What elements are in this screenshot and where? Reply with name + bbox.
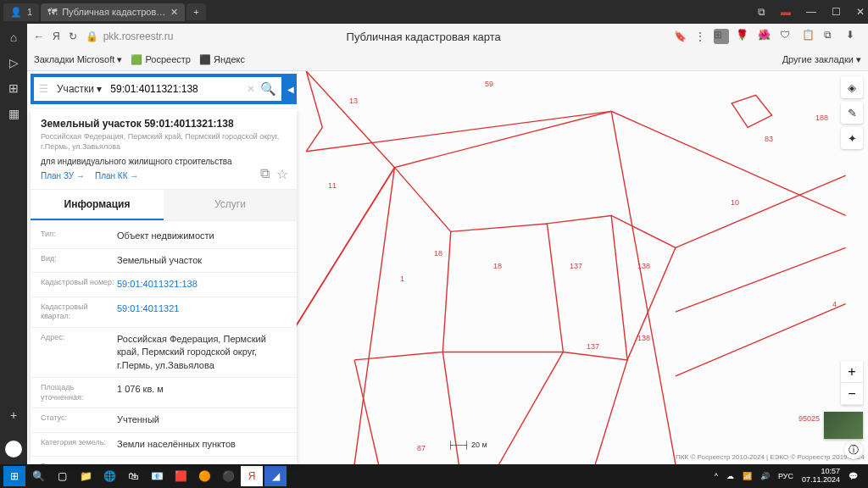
parcel-label: 138 [637, 262, 650, 270]
app-icon[interactable]: ◢ [264, 466, 287, 486]
ext-icon-2[interactable]: 🌹 [736, 29, 751, 44]
ext-icon-4[interactable]: 🛡 [780, 29, 795, 44]
minimize-button[interactable]: — [806, 6, 816, 18]
parcel-label: 1 [400, 274, 404, 283]
page-title: Публичная кадастровая карта [181, 30, 665, 43]
copy-icon[interactable]: ⧉ [758, 6, 765, 18]
info-row: Разрешенное использование:для индивидуал… [31, 457, 297, 464]
ext-icon-1[interactable]: ⊞ [714, 29, 729, 44]
zoom-out-button[interactable]: − [841, 383, 863, 405]
ext-icon-5[interactable]: 📋 [802, 29, 817, 44]
parcel-label: 10 [731, 198, 739, 207]
info-value: Учтенный [117, 413, 287, 426]
scale-bar: ├──┤ 20 м [448, 441, 487, 449]
bookmark-rosreestr[interactable]: 🟩 Росреестр [131, 54, 191, 65]
search-bar: ☰ Участки ▾ ✕ 🔍 [31, 74, 285, 104]
search-type-select[interactable]: Участки ▾ [53, 83, 105, 95]
add-icon[interactable]: + [10, 408, 17, 422]
parcel-label: 137 [570, 262, 582, 270]
search-input[interactable] [110, 83, 242, 95]
zoom-in-button[interactable]: + [841, 361, 863, 383]
tab-info[interactable]: Информация [31, 190, 164, 220]
info-row: Тип:Объект недвижимости [31, 225, 297, 248]
new-tab-button[interactable]: + [186, 3, 205, 20]
app-icon[interactable]: 🟥 [170, 466, 192, 486]
browser-tab[interactable]: 🗺 Публичная кадастров… ✕ [41, 3, 185, 21]
locate-button[interactable]: ✦ [841, 127, 863, 149]
parcel-label: 87 [417, 444, 426, 452]
taskview-button[interactable]: ▢ [51, 466, 73, 486]
assistant-icon[interactable] [5, 441, 22, 458]
edit-button[interactable]: ✎ [841, 102, 863, 124]
app-icon[interactable]: ⚫ [217, 466, 239, 486]
pin-icon[interactable]: ▬ [781, 6, 791, 18]
search-taskbar[interactable]: 🔍 [27, 466, 49, 486]
zoom-control: + − [841, 361, 863, 405]
download-icon[interactable]: ⬇ [846, 29, 861, 44]
attribution: ПКК © Росреестр 2010-2024 | ЕЭКО © Росре… [676, 453, 865, 461]
info-row: Кадастровый номер:59:01:4011321:138 [31, 273, 297, 297]
ext-icon-3[interactable]: 🌺 [758, 29, 773, 44]
edge-icon[interactable]: 🌐 [98, 466, 120, 486]
info-row: Кадастровый квартал:59:01:4011321 [31, 297, 297, 328]
minimap[interactable] [824, 412, 863, 439]
home-icon[interactable]: ⌂ [10, 30, 17, 44]
ext-icon-6[interactable]: ⧉ [824, 29, 839, 44]
info-table: Тип:Объект недвижимостиВид:Земельный уча… [31, 221, 297, 464]
parcel-label: 138 [637, 334, 650, 342]
play-icon[interactable]: ▷ [9, 56, 19, 69]
bookmark-ms[interactable]: Закладки Microsoft ▾ [34, 54, 122, 65]
app-icon[interactable]: 🟠 [193, 466, 215, 486]
menu-icon[interactable]: ⋮ [695, 30, 705, 42]
close-button[interactable]: ✕ [856, 6, 865, 18]
clear-icon[interactable]: ✕ [247, 83, 255, 95]
reload-button[interactable]: ↻ [69, 30, 77, 42]
tray-cloud[interactable]: ☁ [726, 472, 734, 480]
app-icon[interactable]: 📧 [146, 466, 168, 486]
tray-chevron[interactable]: ^ [715, 472, 718, 480]
window-icon[interactable]: ⊞ [8, 81, 19, 95]
info-row: Адрес:Российская Федерация, Пермский кра… [31, 328, 297, 378]
info-value[interactable]: 59:01:4011321:138 [117, 278, 287, 291]
explorer-icon[interactable]: 📁 [75, 466, 97, 486]
menu-icon[interactable]: ☰ [39, 83, 48, 95]
back-button[interactable]: ← [34, 30, 44, 42]
start-button[interactable]: ⊞ [3, 466, 25, 486]
maximize-button[interactable]: ☐ [832, 6, 841, 18]
collapse-panel-button[interactable]: ◀ [285, 74, 297, 104]
os-sidebar: ⌂ ▷ ⊞ ▦ + [0, 24, 27, 464]
info-row: Вид:Земельный участок [31, 249, 297, 273]
star-icon[interactable]: ☆ [276, 166, 288, 182]
profile-tab[interactable]: 👤 1 [3, 3, 39, 21]
info-value[interactable]: 59:01:4011321 [117, 302, 287, 322]
info-value: для индивидуального жилищного строительс… [117, 462, 287, 464]
tray-clock[interactable]: 10:5707.11.2024 [802, 468, 840, 485]
tray-lang[interactable]: РУС [778, 472, 793, 480]
other-bookmarks[interactable]: Другие закладки ▾ [782, 54, 861, 65]
info-label: Категория земель: [41, 438, 117, 451]
store-icon[interactable]: 🛍 [122, 466, 144, 486]
yandex-icon[interactable]: Я [53, 30, 60, 42]
parcel-label: 83 [765, 135, 773, 143]
map-tools: ◈ ✎ ✦ [841, 76, 863, 149]
parcel-label: 4 [832, 300, 837, 308]
plan-kk-link[interactable]: План КК → [95, 171, 138, 180]
info-tabs: Информация Услуги [31, 190, 297, 221]
tray-wifi[interactable]: 📶 [743, 472, 752, 480]
bookmark-yandex[interactable]: ⬛ Яндекс [199, 54, 245, 65]
layers-button[interactable]: ◈ [841, 76, 863, 98]
search-button[interactable]: 🔍 [260, 81, 276, 97]
parcel-purpose: для индивидуального жилищного строительс… [41, 157, 287, 166]
tray-volume[interactable]: 🔊 [760, 472, 770, 480]
plan-zu-link[interactable]: План ЗУ → [41, 171, 85, 180]
bookmark-icon[interactable]: 🔖 [674, 30, 687, 42]
info-label: Статус: [41, 413, 117, 426]
tray-notifications[interactable]: 💬 [849, 472, 858, 480]
info-button[interactable]: ⓘ [844, 441, 863, 459]
apps-icon[interactable]: ▦ [8, 107, 19, 120]
app-icon[interactable]: Я [241, 466, 263, 486]
copy-icon[interactable]: ⧉ [260, 166, 270, 182]
url-field[interactable]: 🔒 pkk.rosreestr.ru [86, 30, 174, 42]
tab-services[interactable]: Услуги [164, 190, 297, 220]
info-row: Площадь уточненная:1 076 кв. м [31, 378, 297, 408]
